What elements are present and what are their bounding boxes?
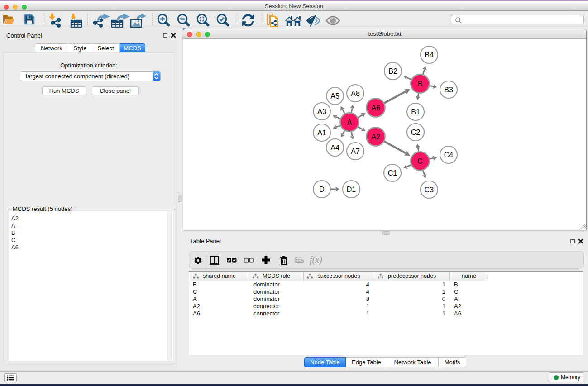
svg-text:A5: A5 xyxy=(330,92,339,100)
svg-text:A2: A2 xyxy=(371,133,380,141)
svg-text:A3: A3 xyxy=(317,108,326,115)
svg-text:D1: D1 xyxy=(347,186,356,193)
svg-text:A4: A4 xyxy=(330,144,339,152)
svg-text:B: B xyxy=(418,80,423,88)
svg-text:B4: B4 xyxy=(425,51,434,59)
svg-text:B3: B3 xyxy=(444,86,453,94)
svg-text:C3: C3 xyxy=(425,186,434,194)
svg-text:D: D xyxy=(319,186,325,193)
svg-text:C1: C1 xyxy=(388,169,397,177)
svg-text:A8: A8 xyxy=(351,90,360,97)
svg-text:B2: B2 xyxy=(388,67,397,75)
svg-text:A: A xyxy=(347,119,352,126)
svg-text:C2: C2 xyxy=(411,129,421,136)
svg-text:A1: A1 xyxy=(317,129,326,137)
svg-text:A6: A6 xyxy=(371,104,380,112)
svg-text:C4: C4 xyxy=(444,151,454,159)
svg-text:B1: B1 xyxy=(411,108,420,116)
svg-text:A7: A7 xyxy=(351,148,360,155)
svg-text:C: C xyxy=(417,157,423,165)
